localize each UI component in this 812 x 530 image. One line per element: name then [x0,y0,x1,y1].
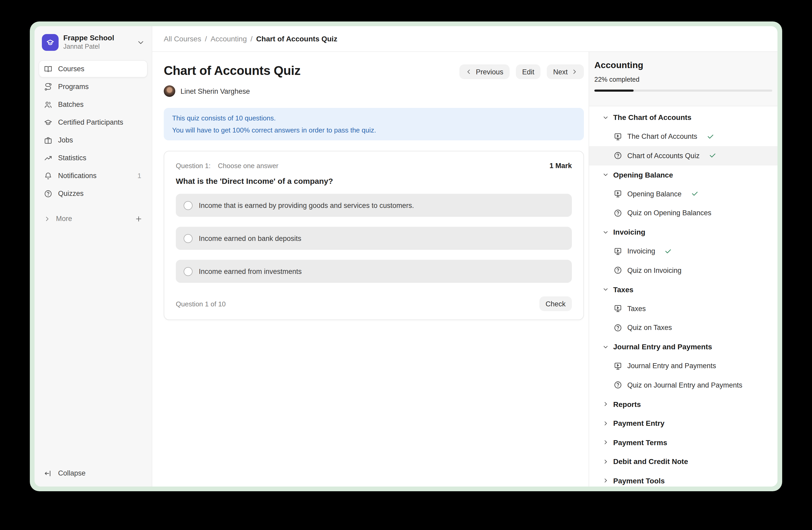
answer-option-1[interactable]: Income that is earned by providing goods… [176,194,572,217]
breadcrumb-separator: / [205,34,207,43]
plus-icon[interactable] [135,215,142,222]
radio-button[interactable] [184,234,192,243]
outline-lesson-invoicing[interactable]: Invoicing [589,242,778,261]
outline-section-journal-entry-and-payments[interactable]: Journal Entry and Payments [589,337,778,357]
quiz-label: Quiz on Taxes [627,324,672,332]
question-instruction: Choose one answer [218,162,278,170]
sidebar-item-batches[interactable]: Batches [39,96,147,113]
option-label: Income earned on bank deposits [199,234,301,242]
chevron-right-icon [603,459,608,464]
section-label: Reports [613,400,641,408]
sidebar-item-label: Statistics [58,154,86,162]
more-label: More [56,215,72,223]
outline-section-taxes[interactable]: Taxes [589,280,778,299]
breadcrumb-accounting[interactable]: Accounting [211,34,247,43]
left-sidebar: Frappe School Jannat Patel Courses Progr… [34,26,152,487]
sidebar-more-toggle[interactable]: More [39,210,147,227]
check-label: Check [546,300,566,308]
outline-section-debit-and-credit-note[interactable]: Debit and Credit Note [589,452,778,471]
course-title: Accounting [594,61,772,70]
quiz-icon [614,324,622,332]
sidebar-item-label: Batches [58,100,84,108]
sidebar-item-statistics[interactable]: Statistics [39,149,147,167]
page-header: Chart of Accounts Quiz Previous Edit [164,64,584,79]
section-label: Opening Balance [613,171,673,179]
author-row: Linet Sherin Varghese [164,85,584,97]
quiz-label: Quiz on Invoicing [627,267,681,275]
quiz-icon [614,209,622,217]
chevron-down-icon [603,229,608,235]
outline-lesson-chart-of-accounts[interactable]: The Chart of Accounts [589,127,778,146]
lesson-icon [614,362,622,370]
next-button[interactable]: Next [547,65,584,79]
chevron-down-icon [603,344,608,350]
workspace-switcher[interactable]: Frappe School Jannat Patel [39,33,147,51]
page-actions: Previous Edit Next [460,65,584,79]
previous-button[interactable]: Previous [460,65,510,79]
route-icon [44,83,52,91]
outline-quiz-chart-of-accounts-quiz[interactable]: Chart of Accounts Quiz [589,146,778,165]
graduation-cap-icon [44,118,52,126]
quiz-icon [614,381,622,389]
radio-button[interactable] [184,267,192,276]
question-pagination: Question 1 of 10 [176,300,226,308]
outline-lesson-opening-balance[interactable]: Opening Balance [589,184,778,204]
content-row: Chart of Accounts Quiz Previous Edit [152,52,778,487]
chevron-right-icon [603,420,608,426]
lesson-label: The Chart of Accounts [627,133,697,141]
section-label: The Chart of Accounts [613,113,692,122]
sidebar-item-notifications[interactable]: Notifications 1 [39,167,147,184]
lesson-icon [614,190,622,198]
page-title: Chart of Accounts Quiz [164,64,301,78]
top-bar: All Courses / Accounting / Chart of Acco… [152,26,778,52]
question-card: Question 1: Choose one answer 1 Mark Wha… [164,151,584,320]
lesson-label: Taxes [627,305,646,313]
outline-quiz-journal-entry-and-payments[interactable]: Quiz on Journal Entry and Payments [589,376,778,395]
outline-section-reports[interactable]: Reports [589,395,778,414]
frappe-school-logo [42,34,59,51]
option-label: Income that is earned by providing goods… [199,201,414,209]
check-icon [707,133,714,140]
sidebar-item-programs[interactable]: Programs [39,78,147,95]
quiz-icon [614,266,622,275]
help-circle-icon [44,189,52,198]
outline-section-chart-of-accounts[interactable]: The Chart of Accounts [589,108,778,127]
chevron-right-icon [603,440,608,445]
check-button[interactable]: Check [539,296,572,311]
outline-section-payment-entry[interactable]: Payment Entry [589,414,778,433]
quiz-label: Quiz on Journal Entry and Payments [627,381,742,389]
edit-label: Edit [522,68,534,76]
sidebar-item-label: Jobs [58,136,73,144]
workspace-user: Jannat Patel [63,42,132,51]
answer-option-2[interactable]: Income earned on bank deposits [176,227,572,250]
sidebar-item-jobs[interactable]: Jobs [39,131,147,149]
outline-quiz-opening-balances[interactable]: Quiz on Opening Balances [589,204,778,223]
outline-section-payment-terms[interactable]: Payment Terms [589,433,778,452]
answer-option-3[interactable]: Income earned from investments [176,260,572,283]
section-label: Payment Terms [613,438,667,447]
window-frame: Frappe School Jannat Patel Courses Progr… [30,22,782,491]
quiz-info-banner: This quiz consists of 10 questions. You … [164,108,584,140]
outline-quiz-invoicing[interactable]: Quiz on Invoicing [589,261,778,280]
sidebar-item-quizzes[interactable]: Quizzes [39,185,147,202]
outline-quiz-taxes[interactable]: Quiz on Taxes [589,318,778,337]
outline-section-invoicing[interactable]: Invoicing [589,223,778,242]
radio-button[interactable] [184,201,192,210]
outline-section-opening-balance[interactable]: Opening Balance [589,165,778,184]
chevron-right-icon [571,69,578,75]
edit-button[interactable]: Edit [516,65,541,79]
answer-options: Income that is earned by providing goods… [176,194,572,283]
app-window: Frappe School Jannat Patel Courses Progr… [34,26,778,487]
sidebar-item-label: Programs [58,83,89,90]
sidebar-item-certified-participants[interactable]: Certified Participants [39,114,147,131]
outline-lesson-journal-entry-and-payments[interactable]: Journal Entry and Payments [589,357,778,376]
notification-count-badge: 1 [137,172,142,180]
outline-lesson-taxes[interactable]: Taxes [589,299,778,318]
sidebar-item-courses[interactable]: Courses [39,60,147,78]
breadcrumb-all-courses[interactable]: All Courses [164,34,201,43]
collapse-label: Collapse [58,469,86,477]
sidebar-collapse-button[interactable]: Collapse [39,464,147,482]
outline-list: The Chart of Accounts The Chart of Accou… [589,106,778,487]
book-open-icon [44,65,52,73]
outline-section-payment-tools[interactable]: Payment Tools [589,471,778,487]
